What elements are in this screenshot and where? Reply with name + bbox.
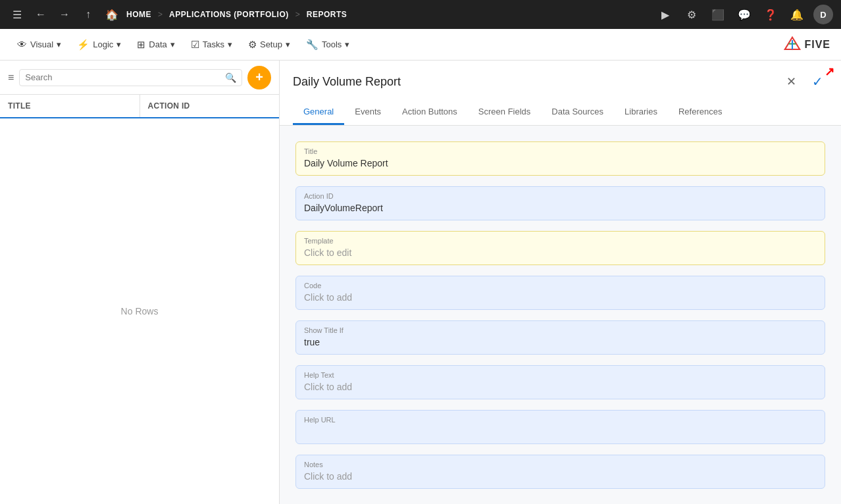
forward-icon[interactable]: → <box>55 5 74 24</box>
chat-icon[interactable]: 💬 <box>734 5 754 24</box>
left-panel-body: No Rows <box>0 118 279 504</box>
code-label: Code <box>304 282 817 290</box>
add-button[interactable]: + <box>247 66 271 89</box>
breadcrumb-sep-1: > <box>158 10 163 19</box>
title-label: Title <box>304 147 817 155</box>
tab-screen-fields[interactable]: Screen Fields <box>468 100 541 125</box>
empty-message: No Rows <box>121 306 159 316</box>
avatar[interactable]: D <box>813 5 833 24</box>
stop-icon[interactable]: ⬛ <box>708 5 728 24</box>
menu-icon[interactable]: ☰ <box>8 5 26 24</box>
action-id-value: DailyVolumeReport <box>304 203 817 213</box>
toolbar-tasks[interactable]: ☑ Tasks ▾ <box>184 35 239 55</box>
bell-icon[interactable]: 🔔 <box>787 5 807 24</box>
top-nav: ☰ ← → ↑ 🏠 HOME > APPLICATIONS (PORTFOLIO… <box>0 0 841 29</box>
tab-action-buttons[interactable]: Action Buttons <box>392 100 468 125</box>
five-logo-svg <box>783 36 802 54</box>
right-panel: Daily Volume Report ✕ ✓ ↗ General Events… <box>280 61 841 504</box>
tools-icon: 🔧 <box>306 39 319 51</box>
data-icon: ⊞ <box>137 39 145 51</box>
filter-icon[interactable]: ≡ <box>8 72 14 84</box>
back-icon[interactable]: ← <box>32 5 50 24</box>
code-value: Click to add <box>304 292 817 303</box>
help-text-label: Help Text <box>304 371 817 379</box>
col-title: Title <box>0 95 140 117</box>
confirm-button[interactable]: ✓ ↗ <box>807 71 828 92</box>
template-value: Click to edit <box>304 247 817 258</box>
up-icon[interactable]: ↑ <box>79 5 97 24</box>
toolbar-tools[interactable]: 🔧 Tools ▾ <box>299 35 356 55</box>
left-panel: ≡ 🔍 + Title Action ID No Rows <box>0 61 280 504</box>
show-title-value: true <box>304 337 817 347</box>
field-group-action-id: Action ID DailyVolumeReport <box>295 186 825 220</box>
template-label: Template <box>304 237 817 245</box>
left-panel-header: Title Action ID <box>0 95 279 118</box>
top-nav-right: ▶ ⚙ ⬛ 💬 ❓ 🔔 D <box>655 5 833 24</box>
help-url-value <box>304 426 817 437</box>
toolbar-data[interactable]: ⊞ Data ▾ <box>130 35 181 55</box>
field-group-help-url: Help URL <box>295 410 825 444</box>
search-input[interactable] <box>25 72 221 82</box>
action-id-field[interactable]: Action ID DailyVolumeReport <box>295 186 825 220</box>
right-panel-header: Daily Volume Report ✕ ✓ ↗ General Events… <box>280 61 841 126</box>
toolbar-setup-label: Setup <box>260 39 282 49</box>
page-title: Daily Volume Report <box>293 75 401 89</box>
logic-icon: ⚡ <box>77 39 89 51</box>
title-value: Daily Volume Report <box>304 158 817 168</box>
setup-dropdown-icon: ▾ <box>286 39 290 49</box>
toolbar-setup[interactable]: ⚙ Setup ▾ <box>242 35 297 55</box>
close-button[interactable]: ✕ <box>780 71 802 92</box>
breadcrumb-reports[interactable]: REPORTS <box>307 10 347 19</box>
toolbar-logic[interactable]: ⚡ Logic ▾ <box>70 35 128 55</box>
notes-value: Click to add <box>304 471 817 482</box>
toolbar: 👁 Visual ▾ ⚡ Logic ▾ ⊞ Data ▾ ☑ Tasks ▾ … <box>0 29 841 61</box>
col-action-id: Action ID <box>140 95 280 117</box>
breadcrumb-applications[interactable]: APPLICATIONS (PORTFOLIO) <box>169 10 289 19</box>
tab-data-sources[interactable]: Data Sources <box>541 100 614 125</box>
visual-dropdown-icon: ▾ <box>57 39 61 49</box>
help-url-field[interactable]: Help URL <box>295 410 825 444</box>
toolbar-tools-label: Tools <box>322 39 342 49</box>
red-arrow-indicator: ↗ <box>825 64 834 79</box>
title-field[interactable]: Title Daily Volume Report <box>295 141 825 176</box>
notes-field[interactable]: Notes Click to add <box>295 455 825 489</box>
five-logo-text: FIVE <box>804 39 830 51</box>
tabs: General Events Action Buttons Screen Fie… <box>293 100 828 125</box>
tools-dropdown-icon: ▾ <box>345 39 349 49</box>
show-title-label: Show Title If <box>304 326 817 334</box>
home-icon: 🏠 <box>103 5 121 24</box>
field-group-template: Template Click to edit <box>295 231 825 265</box>
field-group-help-text: Help Text Click to add <box>295 365 825 399</box>
search-nav-icon[interactable]: ⚙ <box>682 5 701 24</box>
tab-general[interactable]: General <box>293 100 344 125</box>
notes-label: Notes <box>304 461 817 468</box>
toolbar-visual-label: Visual <box>30 39 53 49</box>
logic-dropdown-icon: ▾ <box>116 39 121 49</box>
five-logo: FIVE <box>783 36 830 54</box>
field-group-notes: Notes Click to add <box>295 455 825 489</box>
panel-actions: ✕ ✓ ↗ <box>780 71 828 92</box>
action-id-label: Action ID <box>304 192 817 200</box>
tab-libraries[interactable]: Libraries <box>614 100 668 125</box>
data-dropdown-icon: ▾ <box>170 39 175 49</box>
setup-icon: ⚙ <box>248 39 257 51</box>
tab-events[interactable]: Events <box>344 100 392 125</box>
breadcrumb-sep-2: > <box>295 10 300 19</box>
tasks-dropdown-icon: ▾ <box>228 39 232 49</box>
help-icon[interactable]: ❓ <box>761 5 780 24</box>
search-icon: 🔍 <box>225 72 236 83</box>
tab-references[interactable]: References <box>668 100 732 125</box>
form-area: Title Daily Volume Report Action ID Dail… <box>280 126 841 504</box>
template-field[interactable]: Template Click to edit <box>295 231 825 265</box>
toolbar-visual[interactable]: 👁 Visual ▾ <box>11 35 68 54</box>
help-text-field[interactable]: Help Text Click to add <box>295 365 825 399</box>
show-title-field[interactable]: Show Title If true <box>295 320 825 355</box>
field-group-title: Title Daily Volume Report <box>295 141 825 176</box>
search-box: 🔍 <box>19 69 242 86</box>
play-icon[interactable]: ▶ <box>655 5 675 24</box>
code-field[interactable]: Code Click to add <box>295 276 825 310</box>
help-text-value: Click to add <box>304 382 817 392</box>
breadcrumb-home[interactable]: HOME <box>126 10 151 19</box>
toolbar-tasks-label: Tasks <box>203 39 224 49</box>
main-layout: ≡ 🔍 + Title Action ID No Rows Daily Volu… <box>0 61 841 504</box>
